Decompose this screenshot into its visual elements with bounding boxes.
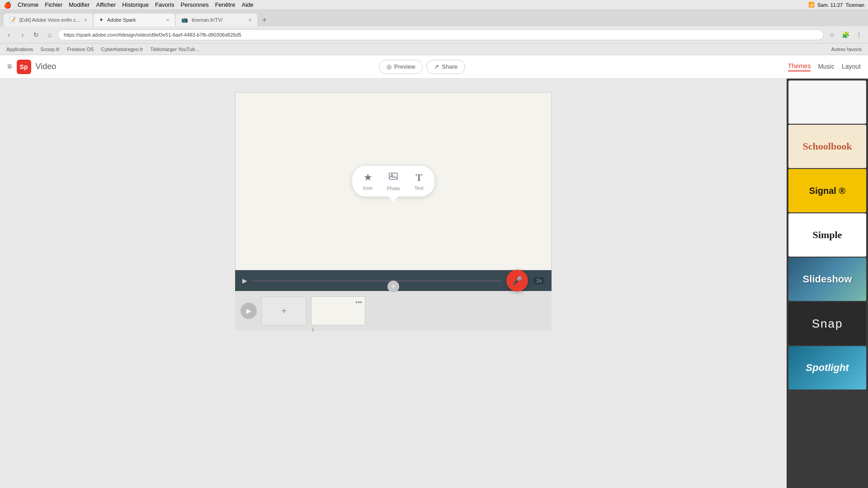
slide-thumbnail-1[interactable]: ••• 1	[311, 296, 365, 325]
theme-simple-label: Simple	[813, 229, 842, 241]
tab-layout[interactable]: Layout	[842, 63, 861, 71]
bookmark-scoop[interactable]: Scoop.it!	[38, 46, 62, 53]
preview-button[interactable]: ◎ Preview	[379, 60, 423, 74]
menu-fenetre[interactable]: Fenêtre	[215, 1, 236, 8]
url-text: https://spark.adobe.com/#design/video/d9…	[64, 32, 241, 38]
app-content: ≡ Sp Video ◎ Preview ↗ Share Themes Musi…	[0, 55, 868, 488]
apple-menu[interactable]: 🍎	[4, 1, 11, 9]
bookmark-freebox[interactable]: Freebox OS	[64, 46, 96, 53]
theme-simple[interactable]: Simple	[788, 213, 866, 257]
spark-logo: Sp	[17, 60, 31, 74]
main-area: ★ Icon	[0, 79, 868, 488]
photo-icon	[388, 171, 398, 184]
clock: Sam. 11:27	[817, 2, 843, 8]
add-circle[interactable]: +	[387, 281, 399, 292]
mic-button[interactable]: 🎤	[506, 270, 528, 291]
bookmark-cyber[interactable]: Cyberhistoiregeo.fr	[98, 46, 146, 53]
canvas[interactable]: ★ Icon	[235, 92, 552, 270]
text-icon: T	[415, 172, 422, 183]
tab-music[interactable]: Music	[818, 63, 835, 71]
content-tools: ★ Icon	[352, 166, 434, 197]
menu-afficher[interactable]: Afficher	[96, 1, 116, 8]
menu-aide[interactable]: Aide	[241, 1, 253, 8]
menu-historique[interactable]: Historique	[122, 1, 149, 8]
theme-signal-label: Signal ®	[809, 186, 845, 196]
menu-chrome[interactable]: Chrome	[18, 1, 38, 8]
tab-bar: 📝 [Edit] Adobe Voice enfin c... ✕ ✦ Adob…	[0, 10, 868, 26]
username: Ticeman	[845, 2, 864, 8]
menu-favoris[interactable]: Favoris	[155, 1, 175, 8]
time-badge: 2s	[533, 277, 544, 284]
theme-spotlight-label: Spotlight	[806, 362, 849, 374]
tab-2[interactable]: ✦ Adobe Spark ✕	[94, 14, 175, 26]
theme-signal[interactable]: Signal ®	[788, 169, 866, 212]
tab-themes[interactable]: Themes	[788, 62, 811, 71]
tab-favicon-3: 📺	[181, 17, 188, 23]
theme-schoolbook[interactable]: Schoolbook	[788, 125, 866, 168]
tool-photo[interactable]: Photo	[387, 171, 400, 191]
preview-icon: ◎	[387, 63, 392, 70]
bookmark-youtube[interactable]: Télécharger YouTub...	[147, 46, 202, 53]
tab-title-3: ticeman.fr/TV/	[192, 17, 222, 23]
slides-strip: ▶ + ••• 1	[235, 291, 552, 331]
header-left: ≡ Sp Video	[7, 60, 56, 74]
browser: 📝 [Edit] Adobe Voice enfin c... ✕ ✦ Adob…	[0, 10, 868, 488]
menu-modifier[interactable]: Modifier	[69, 1, 90, 8]
star-bookmark[interactable]: ☆	[826, 29, 837, 40]
header-right: Themes Music Layout	[788, 62, 861, 71]
tab-close-1[interactable]: ✕	[84, 18, 87, 23]
theme-schoolbook-label: Schoolbook	[803, 141, 852, 152]
bookmark-autres[interactable]: Autres favoris	[829, 46, 864, 53]
home-button[interactable]: ⌂	[44, 29, 55, 40]
theme-snap-label: Snap	[812, 317, 843, 331]
address-bar: ‹ › ↻ ⌂ https://spark.adobe.com/#design/…	[0, 26, 868, 43]
preview-label: Preview	[394, 63, 415, 70]
theme-slideshow-label: Slideshow	[803, 273, 852, 285]
tab-3[interactable]: 📺 ticeman.fr/TV/ ✕	[176, 14, 257, 26]
tab-close-3[interactable]: ✕	[248, 18, 252, 23]
canvas-wrapper: ★ Icon	[0, 79, 787, 488]
theme-slideshow[interactable]: Slideshow	[788, 258, 866, 301]
add-slide-button[interactable]: +	[261, 296, 307, 325]
theme-blank[interactable]	[788, 80, 866, 124]
svg-rect-0	[389, 173, 397, 179]
menu-personnes[interactable]: Personnes	[181, 1, 209, 8]
tab-title-1: [Edit] Adobe Voice enfin c...	[19, 17, 80, 23]
play-button-strip[interactable]: ▶	[241, 303, 257, 319]
reload-button[interactable]: ↻	[31, 29, 42, 40]
tab-1[interactable]: 📝 [Edit] Adobe Voice enfin c... ✕	[4, 14, 93, 26]
tool-text-label: Text	[415, 185, 424, 191]
menubar-right: 📶 Sam. 11:27 Ticeman	[808, 2, 864, 8]
slide-more-button[interactable]: •••	[355, 299, 362, 306]
timeline-play-button[interactable]: ▶	[242, 277, 247, 284]
url-bar[interactable]: https://spark.adobe.com/#design/video/d9…	[58, 29, 824, 40]
share-button[interactable]: ↗ Share	[426, 60, 465, 74]
header-center: ◎ Preview ↗ Share	[56, 60, 788, 74]
slide-number-1: 1	[311, 327, 314, 332]
bookmark-apps[interactable]: Applications	[4, 46, 36, 53]
app-title: Video	[36, 62, 57, 71]
themes-panel: Schoolbook Signal ® Simple Slideshow Sna…	[787, 79, 868, 488]
tab-close-2[interactable]: ✕	[166, 18, 170, 23]
chrome-menu[interactable]: ⋮	[854, 29, 864, 40]
tab-favicon-1: 📝	[9, 17, 16, 23]
app-header: ≡ Sp Video ◎ Preview ↗ Share Themes Musi…	[0, 55, 868, 79]
share-label: Share	[442, 63, 458, 70]
menu-fichier[interactable]: Fichier	[45, 1, 62, 8]
add-content-button[interactable]: +	[387, 281, 399, 292]
tool-photo-label: Photo	[387, 186, 400, 191]
timeline-track[interactable]	[253, 280, 501, 282]
back-button[interactable]: ‹	[4, 29, 14, 40]
extensions[interactable]: 🧩	[840, 29, 851, 40]
tool-icon[interactable]: ★ Icon	[363, 172, 373, 191]
new-tab-button[interactable]: +	[258, 14, 271, 26]
bookmarks-bar: Applications Scoop.it! Freebox OS Cyberh…	[0, 43, 868, 55]
hamburger-menu[interactable]: ≡	[7, 62, 12, 71]
wifi-icon: 📶	[808, 2, 815, 8]
theme-snap[interactable]: Snap	[788, 302, 866, 345]
tab-title-2: Adobe Spark	[107, 17, 136, 23]
tab-favicon-2: ✦	[99, 17, 104, 23]
theme-spotlight[interactable]: Spotlight	[788, 346, 866, 389]
forward-button[interactable]: ›	[17, 29, 28, 40]
tool-text[interactable]: T Text	[415, 172, 424, 191]
